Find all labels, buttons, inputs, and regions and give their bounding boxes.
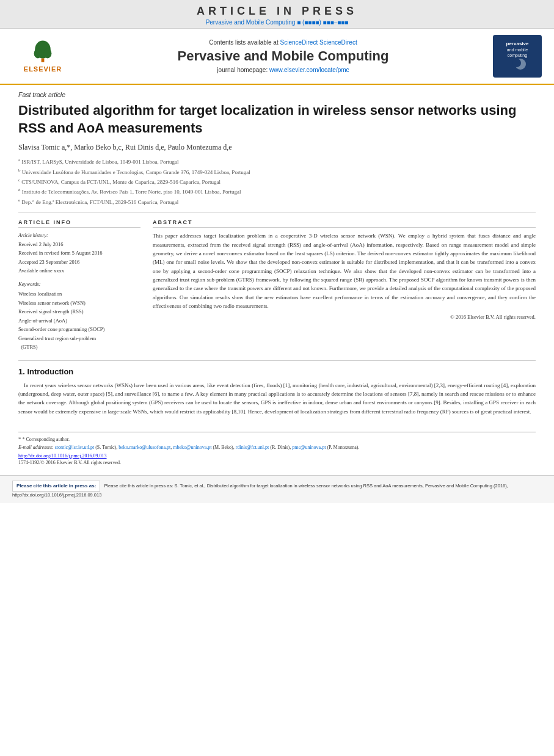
keyword-4: Angle-of-arrival (AoA) [18,316,140,325]
disclaimer-elsevier-label: Please cite this article in press as: [12,481,100,492]
article-info-col: ARTICLE INFO Article history: Received 2… [18,219,140,351]
accepted-date: Accepted 23 September 2016 [18,258,140,266]
svg-point-6 [512,59,521,67]
svg-point-2 [34,48,42,58]
keyword-6: Generalized trust region sub-problem [18,334,140,343]
page: ARTICLE IN PRESS Pervasive and Mobile Co… [0,0,554,756]
article-info-label: ARTICLE INFO [18,219,140,228]
footnotes: * * Corresponding author. E-mail address… [0,435,554,452]
science-direct-text: ScienceDirect [319,39,357,46]
email-montezuma[interactable]: pmc@uninova.pt [292,445,326,450]
contents-line: Contents lists available at ScienceDirec… [73,39,493,46]
article-title: Distributed algorithm for target localiz… [18,102,536,137]
logo-and-mobile: and mobile [506,47,529,53]
revised-date: Received in revised form 5 August 2016 [18,249,140,257]
aip-banner: ARTICLE IN PRESS Pervasive and Mobile Co… [0,0,554,29]
elsevier-tree-icon [27,40,58,64]
abstract-text: This paper addresses target localization… [153,231,536,321]
copyright-text: © 2016 Elsevier B.V. All rights reserved… [153,313,536,322]
abstract-label: ABSTRACT [153,219,536,228]
doi-link[interactable]: http://dx.doi.org/10.1016/j.pmcj.2016.09… [18,453,107,459]
elsevier-logo-area: ELSEVIER [12,40,73,73]
svg-rect-0 [42,58,45,62]
article-history: Article history: Received 2 July 2016 Re… [18,231,140,275]
keyword-3: Received signal strength (RSS) [18,307,140,316]
journal-title: Pervasive and Mobile Computing [73,48,493,64]
intro-title: 1. Introduction [18,367,536,376]
contents-text: Contents lists available at [209,39,278,46]
corresponding-note: * * Corresponding author. [18,435,536,444]
elsevier-text: ELSEVIER [24,65,62,73]
homepage-label: journal homepage: [217,67,268,73]
authors: Slavisa Tomic a,*, Marko Beko b,c, Rui D… [18,143,536,152]
issn-line: 1574-1192/© 2016 Elsevier B.V. All right… [0,460,554,469]
journal-logo-right: pervasive and mobile computing [493,35,542,78]
email-addresses: E-mail addresses: stomic@isr.ist.utl.pt … [18,444,536,452]
abstract-col: ABSTRACT This paper addresses target loc… [153,219,536,351]
logo-moon-icon [508,58,527,70]
journal-homepage: journal homepage: www.elsevier.com/locat… [73,67,493,73]
intro-text: In recent years wireless sensor networks… [18,381,536,416]
email-label: E-mail addresses: [18,445,54,450]
affiliations: a ISR/IST, LARSyS, Universidade de Lisbo… [18,157,536,206]
received-date: Received 2 July 2016 [18,240,140,249]
abstract-paragraph: This paper addresses target localization… [153,231,536,311]
aip-title: ARTICLE IN PRESS [0,5,554,18]
disclaimer-bar: Please cite this article in press as: Pl… [0,475,554,503]
keywords-list: Wireless localization Wireless sensor ne… [18,289,140,351]
main-content: Fast track article Distributed algorithm… [0,85,554,426]
history-label: Article history: [18,231,140,240]
email-beko1[interactable]: beko.marko@ulusofona.pt [118,445,170,450]
email-beko2[interactable]: mbeko@uninova.pt [173,445,211,450]
keywords-label: Keywords: [18,281,140,287]
keyword-7: (GTRS) [18,343,140,351]
online-date: Available online xxxx [18,266,140,275]
journal-center-info: Contents lists available at ScienceDirec… [73,39,493,73]
keyword-1: Wireless localization [18,289,140,298]
keyword-5: Second-order cone programming (SOCP) [18,325,140,333]
affiliation-a: a ISR/IST, LARSyS, Universidade de Lisbo… [18,157,536,166]
keyword-2: Wireless sensor network (WSN) [18,299,140,307]
affiliation-d: d Instituto de Telecomunicações, Av. Rov… [18,187,536,196]
email-dinis[interactable]: rdinis@fct.unl.pt [236,445,269,450]
elsevier-logo: ELSEVIER [24,40,62,73]
logo-pervasive: pervasive [506,41,529,47]
email-stomic[interactable]: stomic@isr.ist.utl.pt [55,445,94,450]
science-direct-link[interactable]: ScienceDirect [280,39,318,46]
intro-paragraph-1: In recent years wireless sensor networks… [18,381,536,416]
affiliation-c: c CTS/UNINOVA, Campus da FCT/UNL, Monte … [18,177,536,186]
homepage-url[interactable]: www.elsevier.com/locate/pmc [269,67,349,73]
doi-line: http://dx.doi.org/10.1016/j.pmcj.2016.09… [0,452,554,460]
journal-header: ELSEVIER Contents lists available at Sci… [0,29,554,85]
introduction-section: 1. Introduction In recent years wireless… [18,360,536,416]
article-track: Fast track article [18,91,536,98]
svg-point-3 [44,48,52,58]
keywords-section: Keywords: Wireless localization Wireless… [18,281,140,351]
logo-right-text: pervasive and mobile computing [504,38,531,75]
logo-computing: computing [506,53,529,58]
affiliation-e: e Dep.° de Eng.ª Electrotécnica, FCT/UNL… [18,197,536,206]
affiliation-b: b Universidade Lusófona de Humanidades e… [18,167,536,176]
footer-divider [18,432,536,432]
aip-subtitle: Pervasive and Mobile Computing ■ (■■■■) … [0,19,554,26]
two-col-section: ARTICLE INFO Article history: Received 2… [18,213,536,351]
